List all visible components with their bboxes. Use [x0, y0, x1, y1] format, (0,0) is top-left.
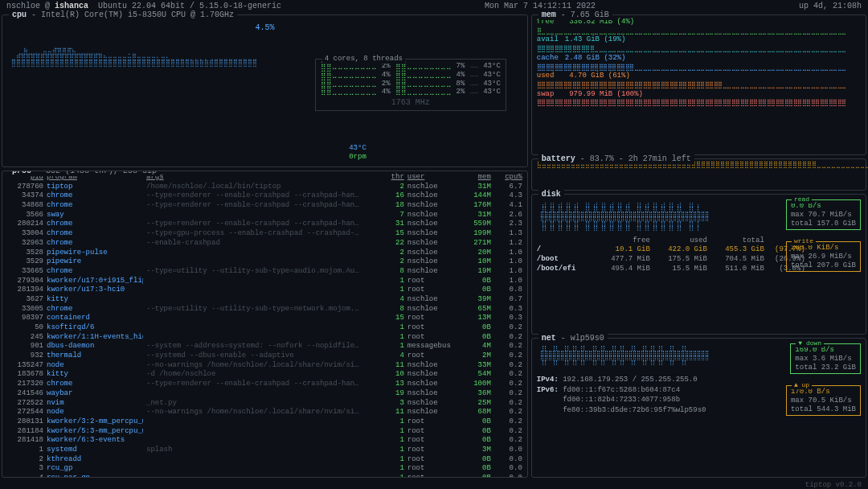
- process-row[interactable]: 4rcu_par_gp1root0B0.0: [7, 474, 522, 478]
- process-row[interactable]: 1systemdsplash1root3M0.0: [7, 446, 522, 455]
- process-row[interactable]: 33665chrome--type=utility --utility-sub-…: [7, 267, 522, 277]
- process-row[interactable]: 278760tiptop/home/nschloe/.local/bin/tip…: [7, 183, 522, 192]
- process-row[interactable]: 183678kitty-d /home/nschloe10nschloe54M0…: [7, 370, 522, 380]
- mem-panel: mem - 7.65 GiB free 336.82 MiB (4%) ⣿⣀⣀⣀…: [531, 14, 866, 155]
- cores-box: 4 cores, 8 threads ⣿⣿⣀⣀⣀⣀⣀⣀⣀⣀2%⣿⣿⣀⣀⣀⣀⣀⣀⣀…: [315, 59, 506, 111]
- mem-used: used 4.70 GiB (61%): [537, 71, 861, 81]
- process-row[interactable]: 33005chrome--type=utility --utility-sub-…: [7, 305, 522, 314]
- process-row[interactable]: 34374chrome--type=renderer --enable-cras…: [7, 191, 522, 201]
- header-uptime: up 4d, 21:08h: [799, 2, 862, 11]
- core-row: ⣿⣿⣀⣀⣀⣀⣀⣀⣀⣀4%⣿⣿⣀⣀⣀⣀⣀⣀⣀⣀4%……43°C: [321, 71, 501, 80]
- disk-write-box: write 288.0 KiB/s max 26.9 MiB/s total 2…: [786, 241, 861, 272]
- process-row[interactable]: 272544node--no-warnings /home/nschloe/.l…: [7, 408, 522, 417]
- process-row[interactable]: 281394kworker/u17:3-hci01root0B0.8: [7, 286, 522, 295]
- disk-title: disk: [538, 190, 564, 199]
- process-row[interactable]: 3566sway7nschloe31M2.6: [7, 211, 522, 220]
- process-row[interactable]: 3528pipewire-pulse2nschloe20M1.0: [7, 249, 522, 258]
- net-title: net - wlp59s0: [538, 334, 608, 343]
- net-down-box: ▼ down 169.0 B/s max 3.6 MiB/s total 23.…: [790, 343, 861, 374]
- process-row[interactable]: 3529pipewire2nschloe10M1.0: [7, 257, 522, 267]
- process-row[interactable]: 932thermald--systemd --dbus-enable --ada…: [7, 351, 522, 361]
- process-row[interactable]: 3627kitty4nschloe39M0.7: [7, 295, 522, 305]
- cpu-stats: 43°C 0rpm: [349, 141, 366, 162]
- process-row[interactable]: 272522nvim_net.py3nschloe25M0.2: [7, 399, 522, 409]
- core-row: ⣿⣿⣀⣀⣀⣀⣀⣀⣀⣀2%⣿⣿⣀⣀⣀⣀⣀⣀⣀⣀8%……43°C: [321, 80, 501, 88]
- battery-panel: battery - 83.7% - 2h 27min left ⣿⣿⣿⣿⣿⣿⣿⣿…: [531, 158, 866, 191]
- process-row[interactable]: 901dbus-daemon--system --address=systemd…: [7, 342, 522, 351]
- process-row[interactable]: 33004chrome--type=gpu-process --enable-c…: [7, 229, 522, 239]
- cpu-title: cpu - Intel(R) Core(TM) i5-8350U CPU @ 1…: [9, 10, 237, 20]
- process-row[interactable]: 2kthreadd1root0B0.0: [7, 455, 522, 465]
- net-panel: net - wlp59s0 ▼ down 169.0 B/s max 3.6 M…: [531, 338, 866, 478]
- disk-panel: disk read 0.0 B/s max 70.7 MiB/s total 1…: [531, 194, 866, 335]
- mem-title: mem - 7.65 GiB: [538, 10, 612, 20]
- battery-title: battery - 83.7% - 2h 27min left: [538, 154, 694, 164]
- process-row[interactable]: 241546waybar19nschloe36M0.2: [7, 389, 522, 399]
- disk-read-box: read 0.0 B/s max 70.7 MiB/s total 157.8 …: [786, 199, 861, 230]
- process-row[interactable]: 281184kworker/5:3-mm_percpu_wq1root0B0.2: [7, 427, 522, 437]
- footer-version: tiptop v0.2.0: [0, 479, 868, 489]
- cpu-panel: cpu - Intel(R) Core(TM) i5-8350U CPU @ 1…: [2, 14, 528, 167]
- process-row[interactable]: 281418kworker/6:3-events1root0B0.2: [7, 436, 522, 446]
- process-row[interactable]: 32963chrome--enable-crashpad22nschloe271…: [7, 239, 522, 249]
- net-up-box: ▲ up 170.0 B/s max 70.5 KiB/s total 544.…: [786, 385, 861, 416]
- ipv4: IPv4: 192.168.179.253 / 255.255.255.0: [537, 374, 861, 384]
- process-row[interactable]: 50ksoftirqd/61root0B0.2: [7, 323, 522, 333]
- mem-avail: avail1.43 GiB (19%): [537, 35, 861, 45]
- process-row[interactable]: 217320chrome--type=renderer --enable-cra…: [7, 380, 522, 389]
- process-row[interactable]: 3rcu_gp1root0B0.0: [7, 464, 522, 474]
- mem-cache: cache2.48 GiB (32%): [537, 53, 861, 64]
- mem-swap: swap 979.99 MiB (100%): [537, 89, 861, 100]
- proc-panel: proc - 352 (1488 thr), 258 slp pid progr…: [2, 171, 528, 478]
- core-row: ⣿⣿⣀⣀⣀⣀⣀⣀⣀⣀4%⣿⣿⣀⣀⣀⣀⣀⣀⣀⣀2%……43°C: [321, 88, 501, 97]
- proc-title: proc - 352 (1488 thr), 258 slp: [9, 171, 160, 176]
- process-row[interactable]: 245kworker/1:1H-events_hig…1root0B0.2: [7, 333, 522, 343]
- process-row[interactable]: 34868chrome--type=renderer --enable-cras…: [7, 201, 522, 211]
- process-row[interactable]: 98397containerd15root13M0.3: [7, 314, 522, 323]
- process-row[interactable]: 279304kworker/u17:0+i915_flip1root0B1.0: [7, 277, 522, 286]
- process-row[interactable]: 135247node--no-warnings /home/nschloe/.l…: [7, 361, 522, 371]
- process-row[interactable]: 280214chrome--type=renderer --enable-cra…: [7, 220, 522, 229]
- process-row[interactable]: 280131kworker/3:2-mm_percpu_wq1root0B0.2: [7, 417, 522, 427]
